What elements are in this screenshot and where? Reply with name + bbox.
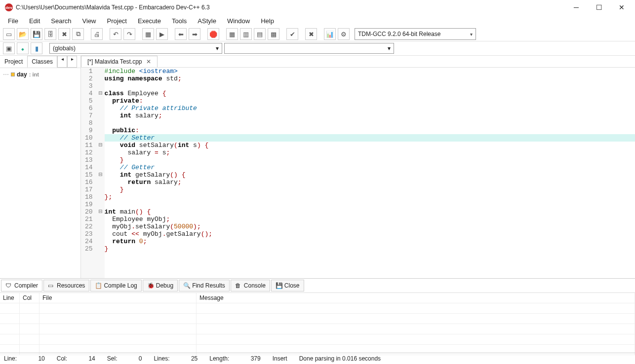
tab-classes[interactable]: Classes [27, 56, 57, 68]
code-line[interactable]: // Private attribute [105, 105, 635, 112]
maximize-button[interactable]: ☐ [588, 0, 610, 15]
menu-astyle[interactable]: AStyle [193, 16, 221, 26]
code-line[interactable]: int salary; [105, 112, 635, 119]
run-button[interactable]: ▶ [156, 28, 168, 40]
side-next-button[interactable]: ▸ [67, 56, 77, 68]
grid-cell[interactable] [20, 334, 40, 345]
back-button[interactable]: ⬅ [175, 28, 187, 40]
bottom-tab-compile-log[interactable]: 📋Compile Log [90, 280, 141, 291]
grid-cell[interactable] [0, 303, 20, 314]
code-line[interactable]: using namespace std; [105, 75, 635, 82]
code-line[interactable]: }; [105, 193, 635, 201]
open-button[interactable]: 📂 [17, 28, 29, 40]
grid-cell[interactable] [197, 314, 635, 324]
bottom-tab-compiler[interactable]: 🛡Compiler [1, 280, 42, 291]
code-line[interactable]: class Employee { [105, 90, 635, 97]
bottom-tab-debug[interactable]: 🐞Debug [143, 280, 178, 291]
check-button[interactable]: ✔ [286, 28, 298, 40]
code-line[interactable] [105, 119, 635, 127]
menu-search[interactable]: Search [46, 16, 76, 26]
undo-button[interactable]: ↶ [110, 28, 121, 40]
menu-edit[interactable]: Edit [24, 16, 45, 26]
fold-toggle[interactable]: ⊟ [97, 142, 105, 149]
grid-button[interactable]: ▦ [226, 28, 238, 40]
grid-cell[interactable] [20, 314, 40, 324]
grid-cell[interactable] [40, 324, 197, 334]
class-node-day[interactable]: ⋯ day : int [3, 71, 78, 78]
grid-cell[interactable] [197, 324, 635, 334]
code-line[interactable]: cout << myObj.getSalary(); [105, 230, 635, 238]
redo-button[interactable]: ↷ [123, 28, 135, 40]
menu-project[interactable]: Project [102, 16, 132, 26]
tab-project[interactable]: Project [0, 56, 27, 68]
save-button[interactable]: 💾 [31, 28, 42, 40]
code-line[interactable]: } [105, 156, 635, 164]
code-line[interactable]: // Setter [105, 134, 635, 142]
message-grid[interactable]: LineColFileMessage [0, 292, 635, 353]
bottom-tab-resources[interactable]: ▭Resources [43, 280, 89, 291]
code-editor[interactable]: 1234567891011121314151617181920212223242… [81, 68, 635, 278]
break-button[interactable]: 🛑 [207, 28, 219, 40]
close-button[interactable]: ✕ [610, 0, 633, 15]
gears-button[interactable]: ⚙ [338, 28, 350, 40]
class-tree[interactable]: ⋯ day : int [0, 68, 80, 81]
menu-file[interactable]: File [3, 16, 23, 26]
close-button[interactable]: ✖ [58, 28, 70, 40]
code-line[interactable]: void setSalary(int s) { [105, 142, 635, 149]
code-line[interactable]: } [105, 245, 635, 253]
grid-cell[interactable] [0, 334, 20, 345]
grid-cell[interactable] [197, 303, 635, 314]
code-line[interactable]: return salary; [105, 179, 635, 186]
code-line[interactable]: } [105, 186, 635, 193]
bottom-tab-close[interactable]: 💾Close [271, 280, 304, 291]
code-line[interactable]: // Getter [105, 164, 635, 171]
code-line[interactable]: public: [105, 127, 635, 134]
bookmark-list-button[interactable]: ▮ [31, 42, 42, 54]
menu-tools[interactable]: Tools [167, 16, 192, 26]
grid-cell[interactable] [40, 314, 197, 324]
chart-button[interactable]: 📊 [324, 28, 336, 40]
close-all-button[interactable]: ⧉ [72, 28, 84, 40]
fwd-button[interactable]: ➡ [189, 28, 200, 40]
grid-cell[interactable] [197, 334, 635, 345]
grid-cell[interactable] [40, 303, 197, 314]
minimize-button[interactable]: ─ [565, 0, 588, 15]
side-prev-button[interactable]: ◂ [57, 56, 67, 68]
code-line[interactable]: int getSalary() { [105, 171, 635, 179]
code-line[interactable] [105, 82, 635, 90]
menu-help[interactable]: Help [256, 16, 279, 26]
grid-cell[interactable] [40, 334, 197, 345]
bookmark-add-button[interactable]: ⬥ [17, 42, 29, 54]
code-line[interactable]: private: [105, 97, 635, 105]
panel3-button[interactable]: ▩ [268, 28, 279, 40]
scope-dropdown[interactable]: (globals) ▾ [49, 43, 222, 54]
panel-button[interactable]: ▥ [240, 28, 252, 40]
file-tab[interactable]: [*] Malavida Test.cpp ✕ [81, 56, 158, 67]
close-icon[interactable]: ✕ [146, 58, 151, 65]
compiler-selector[interactable]: TDM-GCC 9.2.0 64-bit Release▾ [355, 28, 476, 40]
menu-window[interactable]: Window [222, 16, 255, 26]
code-line[interactable]: salary = s; [105, 149, 635, 156]
grid-cell[interactable] [0, 324, 20, 334]
code-line[interactable]: #include <iostream> [105, 68, 635, 75]
menu-view[interactable]: View [78, 16, 101, 26]
code-line[interactable]: Employee myObj; [105, 216, 635, 223]
grid-cell[interactable] [20, 324, 40, 334]
compile-button[interactable]: ▦ [142, 28, 154, 40]
code-line[interactable] [105, 201, 635, 208]
member-dropdown[interactable]: ▾ [224, 43, 394, 54]
print-button[interactable]: 🖨 [91, 28, 103, 40]
bottom-tab-console[interactable]: 🗑Console [231, 280, 270, 291]
fold-toggle[interactable]: ⊟ [97, 171, 105, 179]
menu-execute[interactable]: Execute [133, 16, 166, 26]
bottom-tab-find-results[interactable]: 🔍Find Results [179, 280, 230, 291]
code-line[interactable]: myObj.setSalary(50000); [105, 223, 635, 230]
new-button[interactable]: ▭ [3, 28, 15, 40]
panel2-button[interactable]: ▤ [254, 28, 266, 40]
grid-cell[interactable] [20, 303, 40, 314]
code-line[interactable]: return 0; [105, 238, 635, 245]
fold-toggle[interactable]: ⊟ [97, 208, 105, 216]
save-all-button[interactable]: 🗄 [44, 28, 56, 40]
goto-button[interactable]: ▣ [3, 42, 15, 54]
fold-toggle[interactable]: ⊟ [97, 90, 105, 97]
